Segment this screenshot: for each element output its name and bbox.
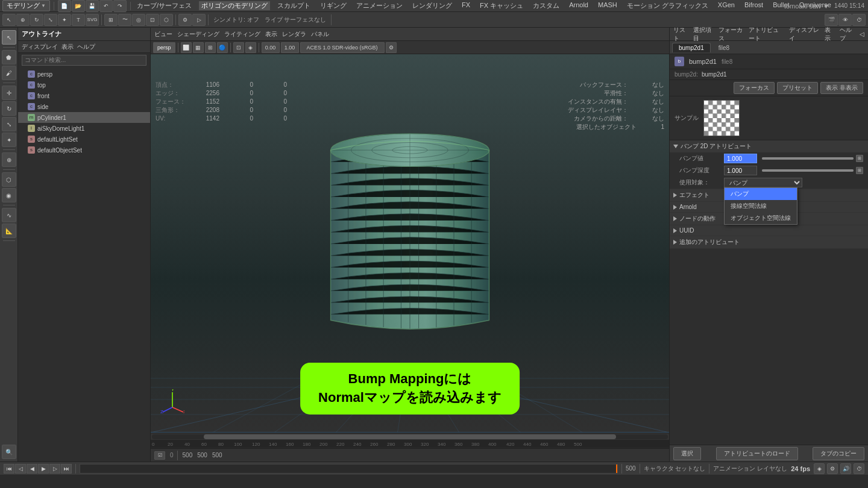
ae-collapse-btn[interactable]: ◁	[860, 31, 864, 37]
search-btn[interactable]: 🔍	[2, 445, 16, 459]
transform-tool[interactable]: ⊕	[16, 14, 30, 26]
vp-render-val2[interactable]: 1.00	[281, 42, 299, 53]
user-name[interactable]: tomoaki saw ▼	[784, 2, 829, 10]
file-save-btn[interactable]: 💾	[86, 0, 99, 12]
rotate-mode[interactable]: ↻	[2, 101, 16, 116]
menu-fx[interactable]: FX	[459, 1, 473, 10]
vp-snap[interactable]: ⊡	[233, 42, 244, 53]
lasso-tool[interactable]: ⬟	[2, 50, 16, 64]
anim-tools[interactable]: ⏱	[852, 14, 866, 26]
go-start-btn[interactable]: ⏮	[4, 464, 14, 474]
vp-isolate[interactable]: ◈	[245, 42, 256, 53]
ae-menu-select[interactable]: 選択項目	[693, 26, 714, 43]
ae-menu-focus[interactable]: フォーカス	[719, 26, 744, 43]
file-open-btn[interactable]: 📂	[72, 0, 85, 12]
sculpt-btn[interactable]: ⬡	[2, 172, 16, 187]
outliner-menu-view[interactable]: 表示	[61, 43, 74, 51]
outliner-menu-display[interactable]: ディスプレイ	[22, 43, 58, 51]
menu-bifrost[interactable]: Bifrost	[742, 1, 766, 10]
measure-tool[interactable]: 📐	[2, 224, 16, 238]
universal-tool[interactable]: ✦	[58, 14, 71, 26]
scale-mode[interactable]: ⤡	[2, 117, 16, 131]
ae-menu-display[interactable]: ディスプレイ	[789, 26, 820, 43]
vp-icon2[interactable]: ▦	[193, 42, 204, 53]
file-new-btn[interactable]: 📄	[58, 0, 71, 12]
ae-menu-list[interactable]: リスト	[673, 26, 688, 43]
bump-val-slider[interactable]	[762, 157, 854, 160]
vp-icon3[interactable]: ⊞	[205, 42, 216, 53]
load-attr-btn[interactable]: アトリビュートのロード	[716, 447, 798, 460]
menu-custom[interactable]: カスタム	[530, 1, 562, 10]
attr-content-scroll[interactable]: バンプ 2D アトリビュート バンプ値 ⊞ バンプ深度	[670, 140, 868, 445]
menu-curve[interactable]: カーブ/サーフェス	[134, 1, 194, 10]
bump-val-input[interactable]	[724, 154, 757, 163]
camera-tools[interactable]: 🎬	[825, 14, 838, 26]
paint-tool[interactable]: 🖌	[2, 66, 16, 80]
vp-menu-lighting[interactable]: ライティング	[224, 30, 260, 39]
extra-attr-header[interactable]: 追加のアトリビュート	[670, 236, 868, 248]
redo-btn[interactable]: ↷	[113, 0, 127, 12]
scale-tool[interactable]: ⤡	[44, 14, 57, 26]
outliner-item-side[interactable]: c side	[18, 101, 150, 112]
menu-anim[interactable]: アニメーション	[354, 1, 405, 10]
vp-checkbox[interactable]: ☑	[154, 451, 165, 460]
outliner-item-cylinder[interactable]: m pCylinder1	[18, 112, 150, 123]
vp-menu-renderer[interactable]: レンダラ	[282, 30, 306, 39]
go-end-btn[interactable]: ⏭	[61, 464, 72, 474]
ae-menu-help[interactable]: ヘルプ	[840, 26, 855, 43]
menu-mash[interactable]: MASH	[596, 1, 620, 10]
use-as-select[interactable]: バンプ 接線空間法線 オブジェクト空間法線	[724, 178, 802, 187]
outliner-item-lightset[interactable]: s defaultLightSet	[18, 134, 150, 145]
show-manipulator[interactable]: ⊕	[2, 152, 16, 167]
menu-render[interactable]: レンダリング	[410, 1, 454, 10]
render-settings[interactable]: ⚙	[178, 14, 192, 26]
bump-depth-input[interactable]	[724, 166, 757, 175]
dropdown-object[interactable]: オブジェクト空間法線	[725, 212, 797, 224]
menu-xgen[interactable]: XGen	[715, 1, 737, 10]
snap-surface[interactable]: ⬡	[160, 14, 173, 26]
bump-depth-extra[interactable]: ⊞	[856, 167, 863, 174]
prev-frame-btn[interactable]: ◁	[15, 464, 26, 474]
uuid-header[interactable]: UUID	[670, 225, 868, 236]
vp-camera-btn[interactable]: persp	[153, 42, 175, 53]
focus-btn[interactable]: フォーカス	[734, 82, 775, 94]
display-tools[interactable]: 👁	[838, 14, 852, 26]
universal-mode[interactable]: ✦	[2, 133, 16, 147]
menu-fx-cache[interactable]: FX キャッシュ	[477, 1, 526, 10]
vp-render-val1[interactable]: 0.00	[262, 42, 280, 53]
vp-menu-view[interactable]: ビュー	[154, 30, 172, 39]
outliner-item-front[interactable]: c front	[18, 90, 150, 101]
move-tool[interactable]: ✛	[2, 86, 16, 100]
tab-bump2d1[interactable]: bump2d1	[672, 43, 711, 52]
ae-menu-attr[interactable]: アトリビュート	[749, 26, 784, 43]
snap-grid[interactable]: ⊞	[104, 14, 118, 26]
menu-rigging[interactable]: リギング	[318, 1, 349, 10]
snap-view[interactable]: ⊡	[146, 14, 159, 26]
vp-icon4[interactable]: 🔵	[217, 42, 228, 53]
menu-sculpt[interactable]: スカルプト	[275, 1, 313, 10]
tab-file8[interactable]: file8	[712, 43, 736, 52]
outliner-menu-help[interactable]: ヘルプ	[77, 43, 95, 51]
hscroll-thumb[interactable]	[204, 434, 617, 439]
dropdown-bump[interactable]: バンプ	[725, 188, 797, 200]
play-back-btn[interactable]: ◀	[27, 464, 37, 474]
status-icon-4[interactable]: ⏱	[854, 463, 864, 474]
menu-arnold[interactable]: Arnold	[567, 1, 591, 10]
outliner-item-objset[interactable]: s defaultObjectSet	[18, 145, 150, 155]
next-frame-btn[interactable]: ▷	[49, 464, 60, 474]
preset-btn[interactable]: プリセット	[777, 82, 818, 94]
outliner-item-top[interactable]: c top	[18, 80, 150, 90]
curve-tool2[interactable]: ∿	[2, 208, 16, 222]
show-hide-btn[interactable]: 表示 非表示	[820, 82, 863, 94]
viewport-hscroll[interactable]	[151, 433, 669, 440]
app-mode-dropdown[interactable]: モデリング ▼	[2, 0, 50, 11]
bump-val-extra[interactable]: ⊞	[856, 155, 863, 162]
copy-tab-btn[interactable]: タブのコピー	[813, 447, 864, 460]
dropdown-tangent[interactable]: 接線空間法線	[725, 200, 797, 212]
svg-tool[interactable]: SVG	[86, 14, 99, 26]
status-icon-3[interactable]: 🔊	[840, 463, 851, 474]
outliner-search-box[interactable]: コマンド検索...	[22, 55, 146, 66]
status-icon-1[interactable]: ◈	[814, 463, 825, 474]
outliner-item-skylight[interactable]: l aiSkyDomeLight1	[18, 123, 150, 134]
play-btn[interactable]: ▶	[38, 464, 49, 474]
